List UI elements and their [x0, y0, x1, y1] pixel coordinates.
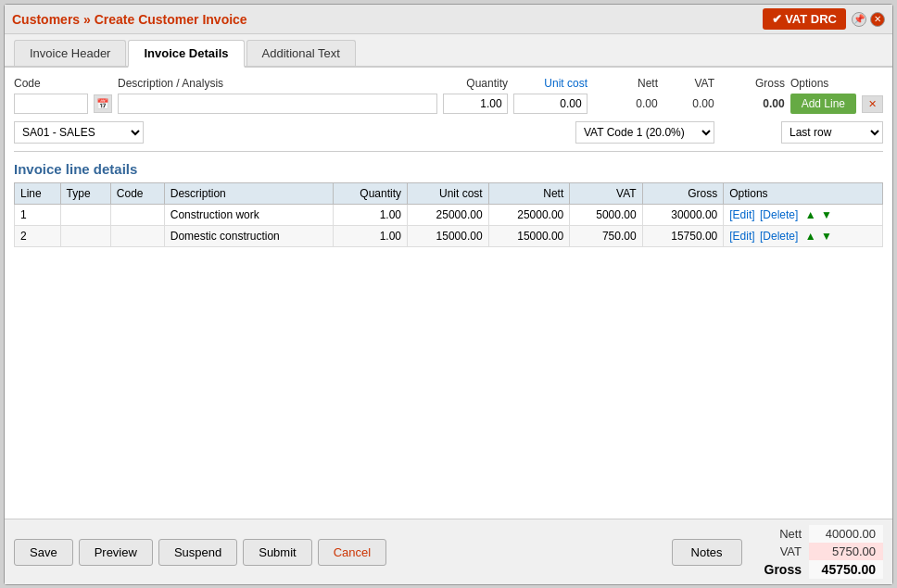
notes-button[interactable]: Notes — [672, 539, 742, 566]
cell-type — [60, 205, 110, 226]
table-row: 2 Domestic construction 1.00 15000.00 15… — [15, 226, 883, 247]
vat-value: 5750.00 — [809, 543, 883, 560]
cell-vat: 5000.00 — [570, 205, 642, 226]
window-controls: 📌 ✕ — [852, 12, 885, 27]
cell-description: Domestic construction — [164, 226, 333, 247]
cell-quantity: 1.00 — [333, 226, 407, 247]
save-button[interactable]: Save — [14, 539, 73, 566]
col-header-gross: Gross — [720, 77, 785, 90]
col-header-desc: Description / Analysis — [118, 77, 437, 90]
cell-code — [110, 205, 164, 226]
page-title: Customers » Create Customer Invoice — [12, 12, 247, 27]
footer-action-buttons: Save Preview Suspend Submit Cancel — [14, 539, 386, 566]
col-header-nett: Nett — [593, 77, 658, 90]
tab-bar: Invoice Header Invoice Details Additiona… — [5, 34, 892, 68]
th-description: Description — [164, 183, 333, 205]
cell-unit-cost: 25000.00 — [408, 205, 489, 226]
description-input[interactable] — [118, 94, 437, 114]
totals-table: Nett 40000.00 VAT 5750.00 Gross 45750.00 — [757, 525, 883, 579]
gross-display: 0.00 — [720, 97, 785, 110]
section-divider — [14, 151, 883, 152]
main-content: Code Description / Analysis Quantity Uni… — [5, 68, 892, 519]
title-bar: Customers » Create Customer Invoice ✔ VA… — [5, 5, 892, 34]
input-row: 📅 0.00 0.00 0.00 Add Line ✕ — [14, 94, 883, 114]
tab-invoice-header[interactable]: Invoice Header — [14, 40, 126, 66]
move-down-icon[interactable]: ▼ — [821, 208, 832, 221]
nett-value: 40000.00 — [809, 525, 883, 543]
cell-vat: 750.00 — [570, 226, 642, 247]
tab-invoice-details[interactable]: Invoice Details — [128, 40, 244, 68]
cell-type — [60, 226, 110, 247]
suspend-button[interactable]: Suspend — [158, 539, 237, 566]
move-down-icon[interactable]: ▼ — [821, 230, 832, 243]
cell-code — [110, 226, 164, 247]
gross-value: 45750.00 — [809, 560, 883, 579]
close-button[interactable]: ✕ — [870, 12, 885, 27]
col-header-vat: VAT — [663, 77, 714, 90]
totals-nett-row: Nett 40000.00 — [757, 525, 883, 543]
edit-link[interactable]: [Edit] — [729, 230, 754, 243]
move-up-icon[interactable]: ▲ — [805, 230, 816, 243]
form-column-headers: Code Description / Analysis Quantity Uni… — [14, 77, 883, 94]
row-position-select[interactable]: Last row — [781, 121, 883, 144]
cell-description: Construction work — [164, 205, 333, 226]
cancel-button[interactable]: Cancel — [318, 539, 386, 566]
footer-right: Notes Nett 40000.00 VAT 5750.00 Gross 45… — [672, 525, 883, 579]
vat-label: VAT — [757, 543, 809, 560]
nett-label: Nett — [757, 525, 809, 543]
vat-select[interactable]: VAT Code 1 (20.0%) — [575, 121, 714, 144]
main-window: Customers » Create Customer Invoice ✔ VA… — [4, 4, 893, 585]
title-bar-right: ✔ VAT DRC 📌 ✕ — [763, 8, 885, 30]
move-up-icon[interactable]: ▲ — [805, 208, 816, 221]
nett-display: 0.00 — [593, 97, 658, 110]
cell-quantity: 1.00 — [333, 205, 407, 226]
delete-link[interactable]: [Delete] — [760, 230, 798, 243]
totals-vat-row: VAT 5750.00 — [757, 543, 883, 560]
cell-options: [Edit] [Delete] ▲ ▼ — [724, 205, 883, 226]
tab-additional-text[interactable]: Additional Text — [246, 40, 356, 66]
account-select[interactable]: SA01 - SALES — [14, 121, 144, 144]
calendar-icon[interactable]: 📅 — [94, 94, 112, 113]
col-header-ucost: Unit cost — [513, 77, 587, 90]
th-options: Options — [724, 183, 883, 205]
th-gross: Gross — [642, 183, 724, 205]
th-nett: Nett — [488, 183, 570, 205]
vat-display: 0.00 — [663, 97, 714, 110]
table-row: 1 Construction work 1.00 25000.00 25000.… — [15, 205, 883, 226]
preview-button[interactable]: Preview — [79, 539, 153, 566]
totals-gross-row: Gross 45750.00 — [757, 560, 883, 579]
gross-label: Gross — [757, 560, 809, 579]
th-vat: VAT — [570, 183, 642, 205]
cell-unit-cost: 15000.00 — [408, 226, 489, 247]
col-header-qty: Quantity — [443, 77, 508, 90]
cell-line: 1 — [15, 205, 61, 226]
th-line: Line — [15, 183, 61, 205]
unit-cost-input[interactable] — [513, 94, 587, 114]
delete-link[interactable]: [Delete] — [760, 208, 798, 221]
quantity-input[interactable] — [443, 94, 508, 114]
cell-line: 2 — [15, 226, 61, 247]
cell-options: [Edit] [Delete] ▲ ▼ — [724, 226, 883, 247]
footer: Save Preview Suspend Submit Cancel Notes… — [5, 519, 892, 584]
cell-gross: 15750.00 — [642, 226, 724, 247]
code-input[interactable] — [14, 94, 88, 114]
th-type: Type — [60, 183, 110, 205]
th-code: Code — [110, 183, 164, 205]
delete-row-button[interactable]: ✕ — [862, 95, 883, 113]
cell-gross: 30000.00 — [642, 205, 724, 226]
th-quantity: Quantity — [333, 183, 407, 205]
cell-nett: 15000.00 — [488, 226, 570, 247]
edit-link[interactable]: [Edit] — [729, 208, 754, 221]
cell-nett: 25000.00 — [488, 205, 570, 226]
col-header-code: Code — [14, 77, 88, 90]
submit-button[interactable]: Submit — [243, 539, 311, 566]
vat-drc-button[interactable]: ✔ VAT DRC — [763, 8, 846, 30]
th-unit-cost: Unit cost — [408, 183, 489, 205]
line-details-table: Line Type Code Description Quantity Unit… — [14, 182, 883, 247]
col-header-options: Options — [790, 77, 883, 90]
select-row: SA01 - SALES VAT Code 1 (20.0%) Last row — [14, 121, 883, 144]
add-line-button[interactable]: Add Line — [790, 94, 856, 114]
line-details-title: Invoice line details — [14, 161, 883, 177]
pin-button[interactable]: 📌 — [852, 12, 866, 27]
